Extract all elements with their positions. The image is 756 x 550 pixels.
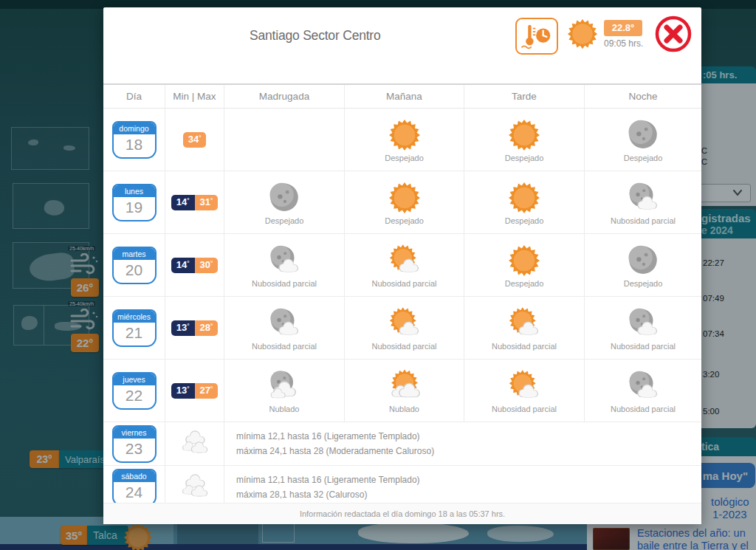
summary-line: máxima 24,1 hasta 28 (Moderadamente Calu…: [236, 444, 434, 458]
moon-clouds-icon: [267, 368, 302, 404]
day-cell: domingo 18: [103, 109, 165, 171]
condition-label: Despejado: [505, 279, 544, 288]
condition-label: Nubosidad parcial: [611, 405, 676, 413]
day-name: lunes: [114, 185, 155, 197]
condition-label: Despejado: [505, 154, 544, 162]
day-name: domingo: [114, 123, 155, 134]
day-badge: miércoles 21: [112, 309, 157, 347]
forecast-table: DíaMin | MaxMadrugadaMañanaTardeNoche do…: [103, 83, 701, 509]
condition-cell: Nubosidad parcial: [224, 234, 344, 296]
current-condition-sun-icon: [566, 17, 599, 51]
condition-label: Despejado: [385, 154, 424, 162]
column-header: Noche: [584, 85, 701, 109]
sun-cloud-icon: [506, 306, 542, 341]
clouds-icon: [179, 427, 211, 460]
day-name: viernes: [114, 427, 155, 439]
condition-cell: Despejado: [224, 171, 344, 233]
table-row[interactable]: jueves 22 13°27° NubladoNubladoNubosidad…: [103, 360, 701, 422]
modal-footer-note: Información redactada el día domingo 18 …: [103, 503, 701, 524]
day-cell: miércoles 21: [103, 297, 165, 359]
condition-label: Nubosidad parcial: [252, 279, 317, 288]
condition-label: Nubosidad parcial: [492, 405, 557, 413]
max-temp-pill: 31°: [195, 195, 219, 210]
condition-cell: Nubosidad parcial: [584, 360, 701, 422]
max-temp-pill: 27°: [195, 383, 219, 399]
sun-cloud-icon: [387, 306, 422, 341]
min-temp-pill: 13°: [171, 320, 195, 336]
sun-icon: [387, 117, 422, 153]
current-temp-block: 22.8° 09:05 hrs.: [604, 20, 642, 49]
table-row[interactable]: lunes 19 14°31° DespejadoDespejadoDespej…: [103, 171, 701, 234]
min-temp-pill: 13°: [171, 383, 195, 399]
max-temp-pill: 28°: [195, 320, 219, 336]
table-row[interactable]: viernes 23 mínima 12,1 hasta 16 (Ligeram…: [103, 422, 701, 466]
column-header: Madrugada: [224, 85, 344, 109]
day-badge: viernes 23: [112, 425, 157, 463]
summary-line: máxima 28,1 hasta 32 (Caluroso): [236, 487, 367, 502]
condition-cell: Despejado: [344, 109, 464, 171]
minmax-cell: 13°27°: [165, 360, 224, 422]
min-temp-pill: 14°: [171, 195, 195, 210]
moon-icon: [267, 180, 302, 216]
day-badge: jueves 22: [112, 372, 157, 410]
table-row[interactable]: martes 20 14°30° Nubosidad parcialNubosi…: [103, 234, 701, 297]
clouds-icon: [179, 471, 211, 503]
table-row[interactable]: domingo 18 34° DespejadoDespejadoDespeja…: [103, 109, 701, 171]
max-temp-pill: 34°: [183, 132, 207, 148]
current-time: 09:05 hrs.: [604, 38, 642, 49]
day-cell: viernes 23: [103, 422, 165, 465]
day-name: jueves: [114, 374, 155, 385]
condition-cell: Nubosidad parcial: [344, 297, 464, 359]
day-cell: jueves 22: [103, 360, 165, 422]
day-badge: domingo 18: [112, 121, 157, 159]
weather-app-screen: 25-40km/h 26° 25-40km/h 22° 23° Valparaí…: [0, 0, 756, 550]
summary-icon-cell: [165, 422, 224, 465]
column-header: Tarde: [464, 85, 584, 109]
condition-cell: Despejado: [464, 171, 584, 233]
condition-cell: Despejado: [344, 171, 464, 233]
condition-cell: Nubosidad parcial: [584, 171, 701, 233]
day-number: 24: [114, 482, 155, 503]
condition-cell: Nublado: [224, 360, 344, 422]
condition-label: Nublado: [269, 405, 300, 413]
minmax-cell: 14°31°: [165, 171, 224, 233]
day-name: miércoles: [114, 311, 155, 323]
summary-line: mínima 12,1 hasta 16 (Ligeramente Templa…: [236, 472, 420, 487]
day-name: martes: [114, 248, 155, 260]
day-number: 19: [114, 197, 155, 219]
close-icon[interactable]: [654, 15, 693, 53]
current-temp-badge: 22.8°: [604, 20, 642, 36]
minmax-cell: 14°30°: [165, 234, 224, 296]
condition-label: Despejado: [505, 216, 544, 225]
summary-text-cell: mínima 12,1 hasta 16 (Ligeramente Templa…: [224, 422, 701, 465]
condition-label: Nubosidad parcial: [611, 216, 676, 225]
table-row[interactable]: miércoles 21 13°28° Nubosidad parcialNub…: [103, 297, 701, 360]
day-name: sábado: [114, 470, 155, 482]
minmax-cell: 13°28°: [165, 297, 224, 359]
condition-cell: Nubosidad parcial: [464, 360, 584, 422]
condition-cell: [224, 109, 344, 171]
day-cell: lunes 19: [103, 171, 165, 233]
condition-cell: Despejado: [584, 109, 701, 171]
condition-label: Nubosidad parcial: [371, 279, 436, 288]
sun-icon: [506, 117, 542, 153]
condition-cell: Despejado: [464, 109, 584, 171]
day-badge: sábado 24: [112, 469, 157, 506]
sun-icon: [506, 180, 542, 216]
condition-label: Despejado: [385, 216, 424, 225]
condition-cell: Nubosidad parcial: [224, 297, 344, 359]
column-header: Mañana: [344, 85, 464, 109]
condition-label: Nubosidad parcial: [492, 342, 557, 351]
condition-cell: Nubosidad parcial: [344, 234, 464, 296]
max-temp-pill: 30°: [195, 258, 219, 273]
condition-cell: Nubosidad parcial: [584, 297, 701, 359]
thermometer-clock-icon[interactable]: [515, 18, 558, 55]
day-number: 21: [114, 323, 155, 344]
condition-label: Despejado: [624, 279, 663, 288]
day-number: 23: [114, 439, 155, 460]
moon-icon: [625, 243, 661, 278]
column-header: Min | Max: [165, 85, 224, 109]
day-number: 18: [114, 134, 155, 156]
modal-title: Santiago Sector Centro: [250, 28, 381, 44]
day-cell: martes 20: [103, 234, 165, 296]
